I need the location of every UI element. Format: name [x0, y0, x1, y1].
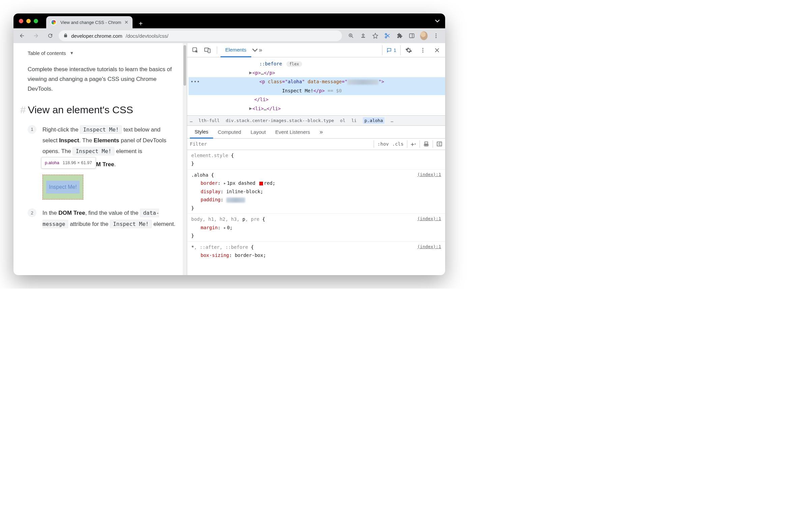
hov-toggle[interactable]: :hov	[374, 140, 389, 148]
dom-node[interactable]: ▶<p>…</p>	[189, 68, 445, 78]
crumb-active[interactable]: p.aloha	[363, 117, 385, 124]
blurred-value	[226, 198, 245, 203]
extensions-icon[interactable]	[396, 32, 403, 39]
url-path: /docs/devtools/css/	[126, 33, 168, 39]
rule-source-link[interactable]: (index):1	[418, 171, 441, 179]
browser-window: View and change CSS - Chrom ✕ + develope…	[14, 14, 445, 275]
devtools-toolbar: Elements » 1	[187, 43, 445, 57]
new-tab-button[interactable]: +	[136, 19, 145, 28]
anchor-hash-icon[interactable]: #	[20, 104, 26, 115]
step-number: 1	[28, 125, 36, 134]
more-panes-icon[interactable]: »	[315, 126, 328, 138]
dom-node-before[interactable]: ::before flex	[189, 59, 445, 68]
maximize-window-button[interactable]	[34, 19, 38, 23]
settings-gear-icon[interactable]	[403, 44, 415, 56]
css-rule-element-style[interactable]: element.style { }	[187, 150, 445, 170]
svg-point-4	[436, 33, 437, 34]
browser-tab[interactable]: View and change CSS - Chrom ✕	[46, 16, 132, 28]
page-content: Table of contents ▾ Complete these inter…	[14, 43, 187, 275]
dom-breadcrumbs[interactable]: … lth-full div.stack.center-images.stack…	[187, 116, 445, 126]
address-bar: developer.chrome.com/docs/devtools/css/	[14, 28, 445, 43]
issues-button[interactable]: 1	[382, 45, 401, 55]
tab-strip: View and change CSS - Chrom ✕ +	[46, 14, 145, 28]
scrollbar-track[interactable]	[183, 43, 187, 275]
tooltip-selector: p.aloha	[45, 159, 59, 167]
paint-brush-icon[interactable]	[420, 140, 429, 148]
styles-tab[interactable]: Styles	[190, 126, 213, 138]
computed-tab[interactable]: Computed	[213, 126, 246, 138]
scissors-icon[interactable]	[384, 32, 391, 39]
code-pill: Inspect Me!	[80, 126, 122, 134]
toolbar-icons	[345, 32, 442, 39]
code-pill: Inspect Me!	[110, 220, 152, 228]
share-icon[interactable]	[359, 32, 367, 39]
layout-tab[interactable]: Layout	[246, 126, 271, 138]
event-listeners-tab[interactable]: Event Listeners	[271, 126, 314, 138]
minimize-window-button[interactable]	[26, 19, 31, 23]
step-number: 2	[28, 209, 36, 217]
step-body: In the DOM Tree, find the value of the d…	[43, 208, 177, 230]
table-of-contents-toggle[interactable]: Table of contents ▾	[28, 50, 177, 56]
scrollbar-thumb[interactable]	[183, 45, 186, 86]
sidepanel-icon[interactable]	[408, 32, 416, 39]
dom-tree[interactable]: ::before flex ▶<p>…</p> •••<p class="alo…	[187, 57, 445, 116]
chrome-favicon-icon	[51, 19, 56, 25]
crumb[interactable]: lth-full	[199, 118, 220, 123]
rule-source-link[interactable]: (index):1	[418, 215, 441, 223]
svg-rect-3	[409, 34, 414, 38]
toc-label: Table of contents	[28, 50, 66, 56]
devtools-menu-icon[interactable]	[417, 44, 429, 56]
reload-button[interactable]	[45, 30, 56, 41]
svg-point-5	[436, 35, 437, 36]
svg-rect-13	[437, 142, 442, 146]
forward-button[interactable]	[30, 30, 42, 41]
titlebar: View and change CSS - Chrom ✕ +	[14, 14, 445, 28]
window-controls	[19, 19, 38, 23]
inspect-element-icon[interactable]	[189, 44, 201, 56]
close-devtools-icon[interactable]	[431, 44, 443, 56]
zoom-icon[interactable]	[347, 32, 355, 39]
code-pill: Inspect Me!	[72, 147, 114, 155]
chevron-down-icon: ▾	[70, 50, 73, 56]
chrome-menu-icon[interactable]	[432, 32, 440, 39]
crumb[interactable]: div.stack.center-images.stack--block.typ…	[226, 118, 334, 123]
crumb[interactable]: li	[351, 118, 357, 123]
inspect-me-element[interactable]: Inspect Me!	[43, 174, 83, 200]
element-tooltip: p.aloha 118.96 × 61.97	[41, 157, 96, 169]
back-button[interactable]	[16, 30, 28, 41]
bookmark-star-icon[interactable]	[372, 32, 379, 39]
elements-tab[interactable]: Elements	[221, 43, 251, 57]
page-intro: Complete these interactive tutorials to …	[28, 65, 177, 94]
svg-point-12	[423, 51, 423, 52]
inspect-me-text: Inspect Me!	[46, 181, 80, 194]
styles-filter-input[interactable]	[190, 141, 374, 147]
dom-node[interactable]: ▶<li>…</li>	[189, 104, 445, 113]
cls-toggle[interactable]: .cls	[392, 141, 404, 147]
computed-toggle-icon[interactable]	[433, 140, 442, 148]
close-tab-icon[interactable]: ✕	[124, 18, 129, 26]
css-rules: element.style { } (index):1 .aloha { bor…	[187, 150, 445, 261]
css-rule-body-etc[interactable]: (index):1 body, h1, h2, h3, p, pre { mar…	[187, 214, 445, 242]
device-toolbar-icon[interactable]	[201, 44, 213, 56]
close-window-button[interactable]	[19, 19, 23, 23]
styles-filter-row: :hov .cls +▾	[187, 138, 445, 150]
section-heading: #View an element's CSS	[28, 104, 177, 116]
dom-node[interactable]: </li>	[189, 95, 445, 104]
svg-point-10	[423, 48, 423, 49]
new-style-rule-icon[interactable]: +▾	[407, 140, 416, 148]
omnibox[interactable]: developer.chrome.com/docs/devtools/css/	[59, 30, 342, 41]
tabs-dropdown-icon[interactable]	[435, 19, 440, 23]
profile-avatar[interactable]	[420, 32, 427, 39]
url-domain: developer.chrome.com	[71, 33, 123, 39]
dom-node-selected[interactable]: •••<p class="aloha" data-message=""> Ins…	[189, 77, 445, 95]
css-rule-aloha[interactable]: (index):1 .aloha { border: ▸1px dashed r…	[187, 170, 445, 214]
svg-point-11	[423, 50, 423, 51]
rule-source-link[interactable]: (index):1	[418, 243, 441, 251]
styles-sidebar-tabs: Styles Computed Layout Event Listeners »	[187, 126, 445, 138]
more-tabs-icon[interactable]: »	[251, 44, 263, 56]
content-area: Table of contents ▾ Complete these inter…	[14, 43, 445, 275]
step-body: Right-click the Inspect Me! text below a…	[43, 124, 177, 200]
css-rule-universal[interactable]: (index):1 *, ::after, ::before { box-siz…	[187, 242, 445, 261]
crumb[interactable]: ol	[340, 118, 345, 123]
color-swatch-icon[interactable]	[259, 182, 263, 185]
